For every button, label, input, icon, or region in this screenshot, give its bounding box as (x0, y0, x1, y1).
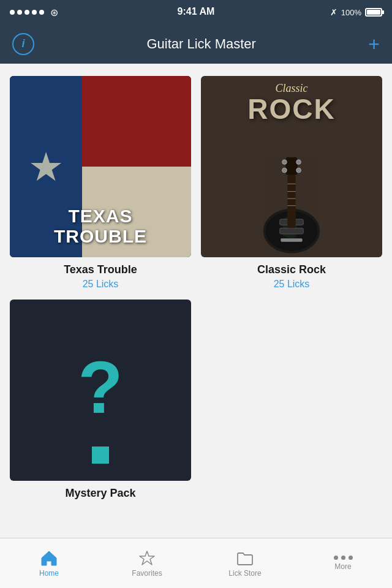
tab-lick-store-label: Lick Store (228, 569, 261, 578)
add-button[interactable]: + (368, 34, 380, 54)
info-button[interactable]: i (12, 33, 34, 55)
tab-home-label: Home (39, 569, 59, 578)
mystery-content: ? (78, 350, 123, 430)
svg-point-14 (282, 168, 287, 173)
rock-text-overlay: Classic ROCK (201, 82, 382, 123)
more-dots-icon (334, 556, 353, 560)
status-right: ✗ 100% (330, 7, 382, 17)
pack-title-texas-trouble: Texas Trouble (64, 263, 137, 276)
signal-dot-2 (17, 10, 22, 15)
mystery-question-icon: ? (78, 350, 123, 424)
pack-title-mystery-pack: Mystery Pack (65, 487, 135, 500)
mystery-bg: ? (10, 300, 191, 481)
dot-2 (341, 556, 345, 560)
svg-rect-4 (280, 228, 303, 234)
status-time: 9:41 AM (178, 6, 215, 17)
tab-favorites-label: Favorites (132, 569, 162, 578)
texas-star-icon: ★ (28, 144, 64, 190)
guitar-svg (219, 140, 364, 257)
battery-fill (367, 10, 380, 15)
svg-rect-6 (287, 175, 295, 228)
signal-dot-1 (10, 10, 15, 15)
pack-item-classic-rock[interactable]: Classic ROCK (201, 76, 382, 290)
home-icon (40, 549, 58, 567)
dot-1 (334, 556, 338, 560)
nav-title: Guitar Lick Master (146, 36, 256, 52)
svg-point-12 (282, 159, 287, 164)
svg-marker-16 (140, 551, 154, 565)
signal-dot-3 (24, 10, 29, 15)
tab-lick-store[interactable]: Lick Store (196, 538, 294, 588)
status-left: ⊛ (10, 7, 58, 18)
signal-dot-5 (39, 10, 44, 15)
packs-grid: ★ Texas Trouble Texas Trouble 25 Licks C… (10, 76, 382, 502)
bluetooth-icon: ✗ (330, 7, 337, 17)
pack-item-texas-trouble[interactable]: ★ Texas Trouble Texas Trouble 25 Licks (10, 76, 191, 290)
signal-dot-4 (32, 10, 37, 15)
pack-image-classic-rock: Classic ROCK (201, 76, 382, 257)
texas-text-overlay: Texas Trouble (10, 206, 191, 246)
pack-title-classic-rock: Classic Rock (257, 263, 326, 276)
texas-flag-red (82, 76, 191, 167)
svg-rect-5 (281, 238, 303, 241)
nav-bar: i Guitar Lick Master + (0, 24, 392, 64)
tab-more[interactable]: More (294, 538, 392, 588)
favorites-icon (138, 549, 156, 567)
pack-subtitle-texas-trouble: 25 Licks (83, 279, 119, 290)
wifi-icon: ⊛ (50, 7, 58, 18)
tab-bar: Home Favorites Lick Store More (0, 538, 392, 588)
svg-point-13 (296, 159, 301, 164)
tab-home[interactable]: Home (0, 538, 98, 588)
tab-more-label: More (334, 562, 351, 571)
battery-icon (365, 8, 382, 17)
texas-bg: ★ Texas Trouble (10, 76, 191, 257)
pack-image-mystery-pack: ? (10, 300, 191, 481)
dot-3 (349, 556, 353, 560)
mystery-rect (92, 447, 109, 464)
tab-favorites[interactable]: Favorites (98, 538, 196, 588)
content-area: ★ Texas Trouble Texas Trouble 25 Licks C… (0, 64, 392, 538)
battery-percent: 100% (341, 8, 361, 17)
pack-item-mystery-pack[interactable]: ? Mystery Pack (10, 300, 191, 502)
lick-store-icon (236, 549, 254, 567)
pack-image-texas-trouble: ★ Texas Trouble (10, 76, 191, 257)
pack-subtitle-classic-rock: 25 Licks (274, 279, 310, 290)
svg-point-15 (296, 168, 301, 173)
svg-rect-11 (285, 157, 297, 175)
rock-bg: Classic ROCK (201, 76, 382, 257)
status-bar: ⊛ 9:41 AM ✗ 100% (0, 0, 392, 24)
